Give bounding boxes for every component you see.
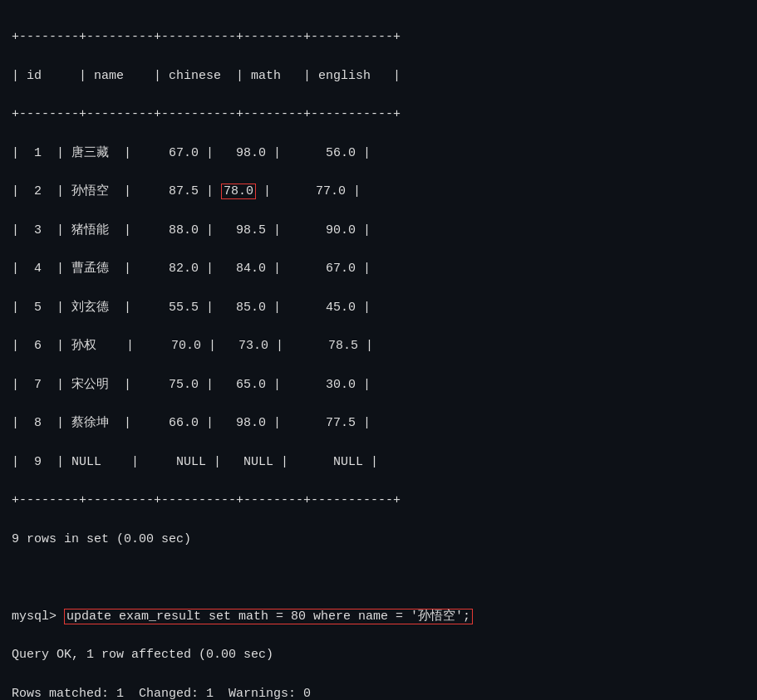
t1-highlight-78: 78.0 <box>221 184 256 199</box>
t1-row-9: | 9 | NULL | NULL | NULL | NULL | <box>12 453 745 472</box>
t1-border-top: +--------+---------+----------+--------+… <box>12 27 745 47</box>
t1-rows-info: 9 rows in set (0.00 sec) <box>12 530 745 549</box>
t1-row-1: | 1 | 唐三藏 | 67.0 | 98.0 | 56.0 | <box>12 144 745 163</box>
terminal-wrapper: +--------+---------+----------+--------+… <box>12 8 745 700</box>
mysql-prompt-1: mysql> <box>12 609 64 624</box>
terminal-content: +--------+---------+----------+--------+… <box>12 8 745 700</box>
t1-row-2: | 2 | 孙悟空 | 87.5 | 78.0 | 77.0 | <box>12 182 745 201</box>
t1-sep: +--------+---------+----------+--------+… <box>12 105 745 124</box>
prompt-update: mysql> update exam_result set math = 80 … <box>12 607 745 626</box>
t1-row-4: | 4 | 曹孟德 | 82.0 | 84.0 | 67.0 | <box>12 259 745 278</box>
t1-border-bot: +--------+---------+----------+--------+… <box>12 491 745 510</box>
t1-row-8: | 8 | 蔡徐坤 | 66.0 | 98.0 | 77.5 | <box>12 414 745 433</box>
t1-row-6: | 6 | 孙权 | 70.0 | 73.0 | 78.5 | <box>12 336 745 355</box>
blank1 <box>12 568 745 587</box>
t1-row-7: | 7 | 宋公明 | 75.0 | 65.0 | 30.0 | <box>12 375 745 394</box>
update-command: update exam_result set math = 80 where n… <box>64 609 473 624</box>
rows-matched: Rows matched: 1 Changed: 1 Warnings: 0 <box>12 684 745 700</box>
query-ok: Query OK, 1 row affected (0.00 sec) <box>12 645 745 664</box>
t1-row-3: | 3 | 猪悟能 | 88.0 | 98.5 | 90.0 | <box>12 221 745 240</box>
t1-header: | id | name | chinese | math | english | <box>12 66 745 86</box>
t1-row-5: | 5 | 刘玄德 | 55.5 | 85.0 | 45.0 | <box>12 298 745 317</box>
